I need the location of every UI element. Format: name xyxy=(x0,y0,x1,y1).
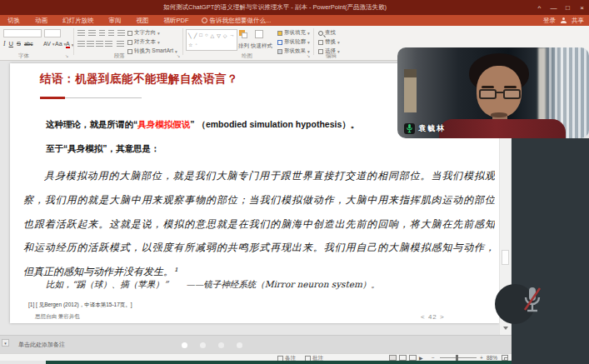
align-left-icon[interactable] xyxy=(77,41,85,47)
shape-outline-button[interactable]: 形状轮廓▾ xyxy=(277,38,310,46)
chevron-down-icon: ▾ xyxy=(157,31,160,36)
notes-pane[interactable]: ▾ 单击此处添加备注 xyxy=(0,335,589,353)
tell-me-label: 告诉我您想要做什么... xyxy=(210,17,272,25)
ribbon-tab[interactable]: 福昕PDF xyxy=(157,15,197,26)
body-line-1: 这种理论，就是所谓的“具身模拟假说” （embodied simulation … xyxy=(46,119,359,131)
ribbon-tab-row: 切换动画幻灯片放映审阅视图福昕PDF 告诉我您想要做什么... 登录 共享 xyxy=(0,15,589,26)
shape-glyph[interactable]: ◇ xyxy=(223,32,227,38)
chevron-down-icon: ▾ xyxy=(337,40,340,45)
sign-in-button[interactable]: 登录 xyxy=(543,17,556,25)
collapse-pane-button[interactable]: ▾ xyxy=(2,339,9,347)
shape-glyph[interactable]: → xyxy=(229,32,234,38)
slide-sorter-button[interactable] xyxy=(399,355,407,361)
chevron-down-icon xyxy=(503,327,508,330)
maximize-button[interactable]: □ xyxy=(561,0,575,15)
quick-styles-icon xyxy=(255,30,263,38)
title-underline-accent xyxy=(40,97,65,99)
ribbon-options-icon[interactable]: ^ xyxy=(532,0,547,15)
font-style-button[interactable]: U xyxy=(9,40,13,47)
align-text-button[interactable]: 对齐文本▾ xyxy=(127,38,160,46)
quick-styles-button[interactable]: 快速样式 xyxy=(251,42,272,50)
shape-glyph[interactable]: ▽ xyxy=(217,32,221,38)
shape-fill-icon xyxy=(277,31,282,36)
ribbon-tab[interactable]: 动画 xyxy=(27,15,55,26)
person-icon xyxy=(561,17,567,23)
search-icon xyxy=(318,31,323,36)
font-dialog-launcher[interactable]: ↘ xyxy=(65,53,68,58)
chevron-down-icon: ▾ xyxy=(337,49,340,54)
shape-glyph[interactable]: ○ xyxy=(205,32,208,38)
shape-glyph[interactable]: ☆ xyxy=(188,42,192,47)
align-center-icon[interactable] xyxy=(87,41,94,47)
mustache xyxy=(491,112,507,117)
lightbulb-icon xyxy=(202,17,207,23)
zoom-slider-thumb[interactable] xyxy=(456,355,458,361)
font-style-buttons: IUSabc xyxy=(3,40,32,47)
glasses-bridge xyxy=(497,92,503,93)
webcam-video[interactable]: 袁毓林 xyxy=(397,47,589,138)
zoom-in-icon: + xyxy=(480,355,483,361)
normal-view-button[interactable] xyxy=(389,355,397,361)
shape-glyph[interactable]: △ xyxy=(211,32,215,38)
group-divider xyxy=(73,28,74,55)
tell-me-box[interactable]: 告诉我您想要做什么... xyxy=(202,17,272,25)
drawing-group-label: 绘图 xyxy=(242,52,252,60)
font-style-button[interactable]: I xyxy=(3,40,6,47)
change-case-button[interactable]: Aa▾ xyxy=(55,41,66,47)
bullets-icon[interactable] xyxy=(77,30,85,36)
zoom-slider[interactable] xyxy=(440,357,477,358)
smartart-button[interactable]: 转换为 SmartArt▾ xyxy=(127,47,177,55)
chevron-down-icon: ▾ xyxy=(307,40,310,45)
increase-indent-icon[interactable] xyxy=(108,30,114,36)
microphone-active-icon xyxy=(404,123,415,134)
next-slide-button[interactable] xyxy=(501,324,510,332)
font-style-button[interactable]: abc xyxy=(24,41,32,47)
example-line: 比如，“踢（球）、摘（苹果）” ——镜子神经系统（Mirror neuron s… xyxy=(46,279,380,291)
slideshow-button[interactable]: ▶ xyxy=(419,355,423,361)
numbering-icon[interactable] xyxy=(88,30,96,36)
status-bar: 备注 批注 ▶ − + 88% xyxy=(0,353,589,361)
drawing-dialog-launcher[interactable]: ↘ xyxy=(307,53,310,58)
shape-effects-button[interactable]: 形状效果▾ xyxy=(277,47,310,55)
font-size-input[interactable] xyxy=(44,29,61,37)
find-button[interactable]: 查找 xyxy=(318,29,336,37)
footnote: [1] [ 见Bergen (2012)，中译本第15-17页。] xyxy=(28,302,132,309)
zoom-in-button[interactable]: + xyxy=(480,355,483,361)
paragraph-dialog-launcher[interactable]: ↘ xyxy=(177,53,180,58)
font-style-button[interactable]: S xyxy=(17,40,21,47)
shape-fill-button[interactable]: 形状填充▾ xyxy=(277,29,310,37)
columns-icon[interactable] xyxy=(117,41,124,47)
zoom-level[interactable]: 88% xyxy=(487,355,497,361)
eyebrow xyxy=(504,86,517,88)
ribbon-tab[interactable]: 视图 xyxy=(129,15,157,26)
justify-icon[interactable] xyxy=(105,41,112,47)
share-button[interactable]: 共享 xyxy=(572,17,584,25)
arrange-button[interactable]: 排列 xyxy=(238,42,249,50)
fit-slide-button[interactable] xyxy=(502,355,508,361)
shape-glyph[interactable]: ╱ xyxy=(194,32,197,38)
shape-glyph[interactable]: ◦ xyxy=(195,42,197,47)
decrease-indent-icon[interactable] xyxy=(99,30,105,36)
scrollbar-thumb[interactable] xyxy=(502,250,509,265)
shape-outline-icon xyxy=(277,40,282,45)
text-direction-button[interactable]: 文字方向▾ xyxy=(127,29,160,37)
align-right-icon[interactable] xyxy=(96,41,103,47)
muted-microphone-icon[interactable] xyxy=(522,285,543,318)
char-spacing-button[interactable]: AV▾ xyxy=(43,41,55,47)
reading-view-button[interactable] xyxy=(409,355,417,361)
shape-glyph[interactable]: ╲ xyxy=(188,32,192,38)
shape-gallery[interactable]: ╲╱□○△▽◇→☆◦ xyxy=(186,29,237,51)
zoom-out-button[interactable]: − xyxy=(432,355,435,361)
carousel-dot xyxy=(200,342,206,348)
replace-button[interactable]: 替换▾ xyxy=(318,38,340,46)
shape-glyph[interactable]: □ xyxy=(199,32,202,38)
zoom-out-icon: − xyxy=(432,355,435,361)
ribbon-tab[interactable]: 切换 xyxy=(0,15,27,26)
ribbon-tab[interactable]: 幻灯片放映 xyxy=(55,15,102,26)
close-button[interactable]: × xyxy=(575,0,589,15)
font-name-input[interactable] xyxy=(3,29,42,37)
line-spacing-icon[interactable] xyxy=(117,30,125,36)
minimize-button[interactable]: — xyxy=(547,0,561,15)
participant-name: 袁毓林 xyxy=(418,123,446,134)
ribbon-tab[interactable]: 审阅 xyxy=(102,15,129,26)
